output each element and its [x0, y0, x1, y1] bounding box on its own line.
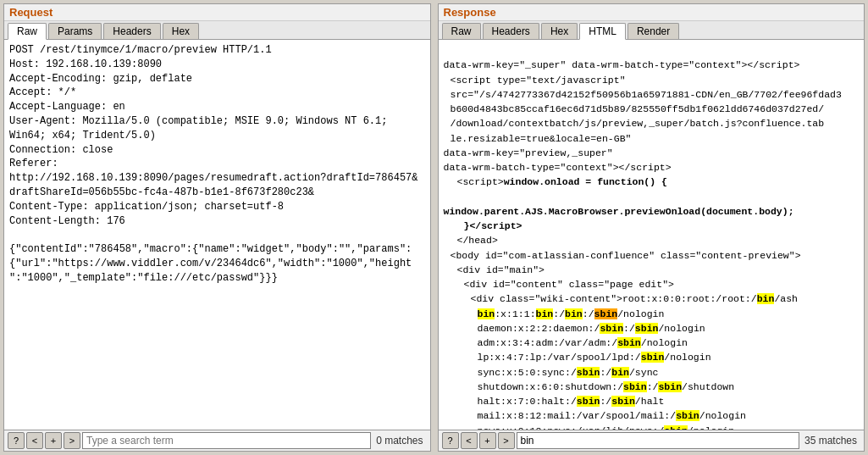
response-prev-button[interactable]: < — [461, 432, 478, 449]
tab-hex-request[interactable]: Hex — [163, 23, 199, 39]
response-panel-inner: data-wrm-key="_super" data-wrm-batch-typ… — [439, 40, 865, 430]
response-search-input[interactable] — [517, 432, 799, 449]
request-search-bar: ? < + > 0 matches — [4, 430, 430, 451]
request-header: Request Raw Params Headers Hex — [4, 4, 430, 40]
response-search-bar: ? < + > 35 matches — [439, 430, 865, 451]
tab-html-response[interactable]: HTML — [579, 23, 626, 40]
response-tabs: Raw Headers Hex HTML Render — [439, 21, 865, 40]
response-match-count: 35 matches — [801, 435, 860, 447]
request-prev-button[interactable]: < — [26, 432, 43, 449]
response-title: Response — [439, 4, 865, 21]
response-content[interactable]: data-wrm-key="_super" data-wrm-batch-typ… — [439, 40, 865, 430]
tab-render-response[interactable]: Render — [628, 23, 679, 39]
tab-params-request[interactable]: Params — [48, 23, 102, 39]
tab-raw-response[interactable]: Raw — [442, 23, 481, 39]
request-panel: Request Raw Params Headers Hex POST /res… — [3, 3, 431, 452]
response-next-button[interactable]: > — [498, 432, 515, 449]
tab-headers-request[interactable]: Headers — [103, 23, 160, 39]
request-next-button[interactable]: > — [64, 432, 80, 449]
response-add-button[interactable]: + — [479, 432, 496, 449]
request-match-count: 0 matches — [373, 435, 426, 447]
request-help-button[interactable]: ? — [8, 432, 25, 449]
response-help-button[interactable]: ? — [442, 432, 459, 449]
tab-raw-request[interactable]: Raw — [8, 23, 47, 40]
tab-headers-response[interactable]: Headers — [483, 23, 539, 39]
request-search-input[interactable] — [82, 432, 371, 449]
request-tabs: Raw Params Headers Hex — [4, 21, 430, 40]
request-panel-inner: POST /rest/tinymce/1/macro/preview HTTP/… — [4, 40, 430, 430]
request-content[interactable]: POST /rest/tinymce/1/macro/preview HTTP/… — [4, 40, 430, 430]
response-header: Response Raw Headers Hex HTML Render — [439, 4, 865, 40]
tab-hex-response[interactable]: Hex — [541, 23, 578, 39]
request-add-button[interactable]: + — [45, 432, 62, 449]
response-panel: Response Raw Headers Hex HTML Render dat… — [438, 3, 865, 452]
request-title: Request — [4, 4, 430, 21]
